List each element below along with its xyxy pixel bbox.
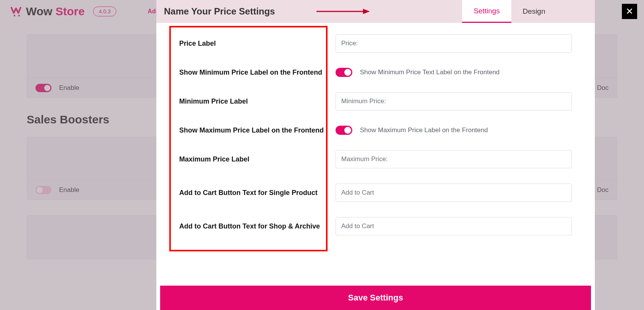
modal-header: Name Your Price Settings Settings Design <box>156 0 595 23</box>
label-min-price: Minimum Price Label <box>179 97 336 105</box>
toggle-show-max[interactable] <box>336 126 352 135</box>
label-atc-archive: Add to Cart Button Text for Shop & Archi… <box>179 222 336 230</box>
desc-show-max: Show Maximum Price Label on the Frontend <box>360 126 488 134</box>
name-your-price-modal: Name Your Price Settings Settings Design… <box>156 0 595 310</box>
modal-tabs: Settings Design <box>462 0 557 23</box>
modal-body: Price Label Show Minimum Price Label on … <box>156 23 595 286</box>
tab-settings[interactable]: Settings <box>462 0 511 23</box>
save-settings-button[interactable]: Save Settings <box>160 286 591 310</box>
input-atc-archive[interactable] <box>336 217 572 235</box>
label-show-max: Show Maximum Price Label on the Frontend <box>179 126 336 134</box>
input-price-label[interactable] <box>336 34 572 53</box>
modal-title: Name Your Price Settings <box>164 6 275 17</box>
desc-show-min: Show Minimum Price Text Label on the Fro… <box>360 69 499 76</box>
close-modal-button[interactable]: ✕ <box>622 4 637 19</box>
input-max-price[interactable] <box>336 150 572 168</box>
svg-marker-3 <box>363 9 370 14</box>
arrow-annotation-icon <box>316 8 370 15</box>
label-max-price: Maximum Price Label <box>179 155 336 163</box>
label-price-label: Price Label <box>179 40 336 48</box>
tab-design[interactable]: Design <box>511 0 557 23</box>
label-atc-single: Add to Cart Button Text for Single Produ… <box>179 189 336 197</box>
input-min-price[interactable] <box>336 92 572 110</box>
input-atc-single[interactable] <box>336 184 572 202</box>
label-show-min: Show Minimum Price Label on the Frontend <box>179 69 336 77</box>
toggle-show-min[interactable] <box>336 68 352 77</box>
